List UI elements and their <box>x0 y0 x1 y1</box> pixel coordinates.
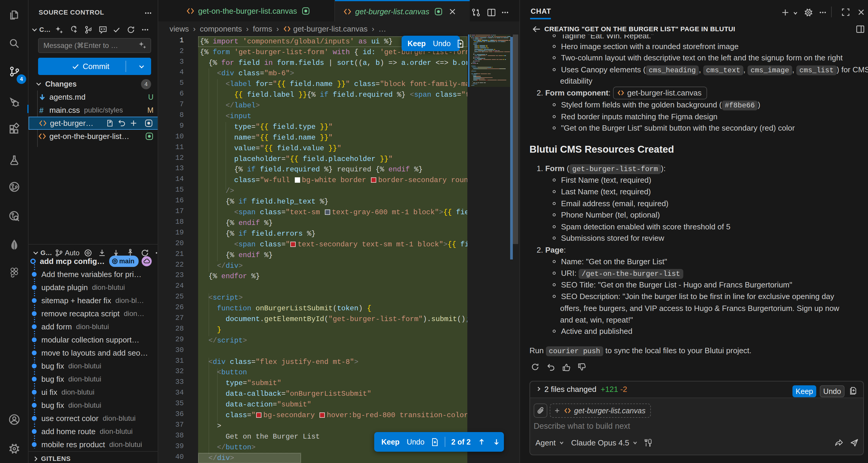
svg-text:#: # <box>39 106 44 114</box>
